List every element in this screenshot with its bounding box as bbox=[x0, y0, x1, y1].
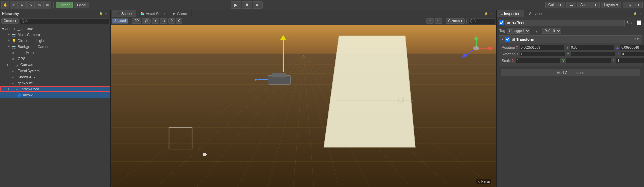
scene-search-input[interactable] bbox=[468, 18, 495, 24]
scale-tool-btn[interactable]: ⤡ bbox=[26, 1, 35, 9]
scale-z-input[interactable] bbox=[616, 58, 644, 63]
layers-btn[interactable]: Layers ▾ bbox=[601, 2, 621, 8]
pivot-center-btn[interactable]: Center bbox=[56, 2, 73, 8]
all-tool-btn[interactable]: ⊞ bbox=[43, 1, 51, 9]
collab-btn[interactable]: Collab ▾ bbox=[545, 2, 565, 8]
list-item[interactable]: ○ EventSystem bbox=[0, 68, 110, 74]
fx-btn[interactable]: ✦ bbox=[152, 18, 159, 24]
hierarchy-create-btn[interactable]: Create ▾ bbox=[1, 18, 19, 24]
tab-scene[interactable]: ⬛ Scene bbox=[112, 10, 136, 17]
tag-select[interactable]: Untagged bbox=[507, 28, 530, 34]
scene-toolbar: Shaded 2D 🔊 ✦ ⊙ 0 0 ✛ ⤡ Gizmos ▾ bbox=[111, 17, 496, 25]
list-item[interactable]: 🔵 arrow bbox=[0, 92, 110, 98]
expand-icon[interactable]: ▼ bbox=[7, 88, 10, 91]
tab-inspector[interactable]: ℹ Inspector bbox=[497, 10, 524, 17]
inspector-tabs: ℹ Inspector Services 🔒 ≡ bbox=[497, 10, 644, 17]
scene-rect-btn[interactable]: ⤡ bbox=[435, 18, 442, 24]
scale-label: Scale bbox=[502, 59, 511, 63]
step-btn[interactable]: ⏭ bbox=[253, 1, 263, 9]
list-item[interactable]: 👁 💡 Directional Light bbox=[0, 38, 110, 44]
scene-panel-menu-icon[interactable]: ≡ bbox=[489, 11, 494, 16]
hierarchy-lock-icon[interactable]: 🔒 bbox=[98, 11, 103, 16]
list-item[interactable]: ▼ ○ arrowRoot bbox=[0, 86, 110, 92]
move-tool-btn[interactable]: ✛ bbox=[10, 1, 18, 9]
rotation-z-wrap: Z bbox=[616, 51, 644, 57]
item-icon: ○ bbox=[12, 51, 17, 55]
layout-btn[interactable]: Layout ▾ bbox=[623, 2, 643, 8]
eye-icon: 👁 bbox=[7, 39, 11, 42]
layer-label: Layer bbox=[532, 29, 541, 33]
list-item[interactable]: 👁 📷 Main Camera bbox=[0, 32, 110, 38]
transform-toggle-icon[interactable]: ▼ bbox=[501, 38, 504, 41]
stats-btn[interactable]: 0 bbox=[168, 18, 175, 24]
item-icon: ○ bbox=[16, 87, 21, 91]
scene-grid: X Y Z bbox=[111, 25, 496, 187]
tab-asset-store[interactable]: 🏪 Asset Store bbox=[136, 10, 169, 17]
hierarchy-menu-icon[interactable]: ≡ bbox=[104, 11, 108, 16]
position-x-wrap: X bbox=[515, 45, 565, 50]
hand-tool-btn[interactable]: ✋ bbox=[1, 1, 9, 9]
list-item[interactable]: ○ getRoute bbox=[0, 80, 110, 86]
ry-axis-label: Y bbox=[566, 52, 570, 56]
position-x-input[interactable] bbox=[519, 45, 565, 50]
pause-btn[interactable]: ⏸ bbox=[242, 1, 252, 9]
add-component-btn[interactable]: Add Component bbox=[501, 69, 640, 76]
transform-enabled-checkbox[interactable] bbox=[505, 37, 510, 42]
gizmos-btn[interactable]: Gizmos ▾ bbox=[446, 18, 465, 24]
pivot-local-btn[interactable]: Local bbox=[74, 2, 89, 8]
list-item[interactable]: ○ ShowGPS bbox=[0, 74, 110, 80]
rotation-x-input[interactable] bbox=[520, 51, 565, 57]
rotate-tool-btn[interactable]: ↻ bbox=[18, 1, 26, 9]
rect-tool-btn[interactable]: ▭ bbox=[35, 1, 43, 9]
transform-settings-icon[interactable]: ⚙ bbox=[637, 37, 640, 41]
scale-y-input[interactable] bbox=[566, 58, 611, 63]
2d-btn[interactable]: 2D bbox=[132, 18, 141, 24]
scale-axis-group: X Y Z bbox=[511, 58, 644, 63]
object-active-checkbox[interactable] bbox=[499, 20, 504, 25]
list-item[interactable]: ○ GPS bbox=[0, 56, 110, 62]
account-btn[interactable]: Account ▾ bbox=[577, 2, 600, 8]
scene-panel-lock-icon[interactable]: 🔒 bbox=[484, 11, 488, 16]
object-name-input[interactable] bbox=[505, 20, 625, 26]
scale-x-wrap: X bbox=[511, 58, 561, 63]
scene-manip-btn[interactable]: ✛ bbox=[426, 18, 434, 24]
transform-component-header[interactable]: ▼ ⊞ Transform ? ⚙ bbox=[499, 36, 642, 43]
hierarchy-scene-root[interactable]: ▼ android_camera* bbox=[0, 26, 110, 32]
rotation-z-input[interactable] bbox=[621, 51, 644, 57]
tab-services[interactable]: Services bbox=[524, 10, 548, 17]
scale-x-input[interactable] bbox=[516, 58, 561, 63]
transform-help-icon[interactable]: ? bbox=[634, 37, 636, 41]
cloud-btn[interactable]: ☁ bbox=[566, 2, 576, 8]
tab-game[interactable]: ▶ Game bbox=[169, 10, 192, 17]
inspector-tab-label: Inspector bbox=[504, 12, 519, 16]
extra-btn[interactable]: 0 bbox=[176, 18, 183, 24]
layer-select[interactable]: Default bbox=[542, 28, 561, 34]
scene-btn[interactable]: ⊙ bbox=[160, 18, 167, 24]
svg-point-45 bbox=[473, 46, 479, 50]
list-item[interactable]: ○ staticMap bbox=[0, 50, 110, 56]
shading-btn[interactable]: Shaded bbox=[112, 18, 128, 24]
expand-icon[interactable]: ▶ bbox=[7, 63, 9, 66]
object-header: Static bbox=[498, 19, 643, 27]
svg-rect-0 bbox=[111, 25, 496, 54]
item-label: staticMap bbox=[18, 51, 34, 55]
static-label: Static bbox=[626, 21, 635, 25]
transform-component-label: Transform bbox=[516, 37, 634, 41]
rotation-y-input[interactable] bbox=[570, 51, 615, 57]
audio-btn[interactable]: 🔊 bbox=[142, 18, 151, 24]
list-item[interactable]: 👁 📷 BackgroundCamera bbox=[0, 44, 110, 50]
inspector-lock-icon[interactable]: 🔒 bbox=[633, 11, 637, 16]
hierarchy-search-input[interactable] bbox=[20, 18, 109, 24]
game-tab-label: Game bbox=[177, 12, 187, 16]
rotation-x-wrap: X bbox=[516, 51, 565, 57]
inspector-panel: ℹ Inspector Services 🔒 ≡ Static Tag bbox=[496, 10, 644, 187]
list-item[interactable]: ▶ ⬚ Canvas bbox=[0, 62, 110, 68]
position-y-input[interactable] bbox=[570, 45, 615, 50]
position-y-wrap: Y bbox=[565, 45, 615, 50]
play-btn[interactable]: ▶ bbox=[231, 1, 241, 9]
static-checkbox[interactable] bbox=[637, 20, 641, 25]
position-z-input[interactable] bbox=[620, 45, 644, 50]
scene-toggle-icon[interactable]: ▼ bbox=[1, 27, 5, 31]
top-right-controls: Collab ▾ ☁ Account ▾ Layers ▾ Layout ▾ bbox=[545, 2, 643, 8]
inspector-menu-icon[interactable]: ≡ bbox=[638, 11, 643, 16]
